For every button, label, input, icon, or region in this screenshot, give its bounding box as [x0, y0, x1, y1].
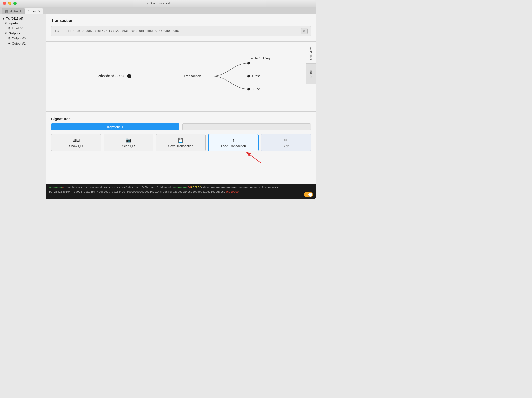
action-buttons: ⊞⊞ Show QR 📷 Scan QR 💾 Save Transaction … — [51, 134, 311, 151]
divider-1 — [46, 41, 316, 42]
tab-test-close[interactable]: ✕ — [38, 10, 40, 13]
sidebar-item-output1[interactable]: ✈ Output #1 — [0, 41, 46, 46]
scan-qr-icon: 📷 — [126, 137, 131, 143]
hex-yellow: ffffff — [191, 186, 201, 189]
scan-qr-button[interactable]: 📷 Scan QR — [104, 134, 153, 151]
arrow-down-icon: ▼ — [2, 17, 5, 20]
app-icon: ✈ — [146, 2, 148, 5]
transaction-section: Transaction Txid: 0417ad0e19c99c70a18e69… — [46, 14, 316, 39]
svg-text:⊜ bc1qf0nq...: ⊜ bc1qf0nq... — [251, 56, 276, 60]
sig-bar-empty — [182, 123, 311, 130]
load-transaction-icon: ↑ — [232, 138, 235, 143]
window-title: ✈ Sparrow - test — [146, 1, 170, 5]
sidebar-output1-label: Output #1 — [12, 42, 26, 45]
sidebar-outputs-label: Outputs — [8, 32, 20, 35]
load-transaction-button[interactable]: ↑ Load Transaction — [208, 134, 259, 151]
sidebar-group-tx-label: Tx [0417ad] — [6, 17, 23, 20]
sign-icon: ✏ — [284, 137, 288, 143]
save-transaction-button[interactable]: 💾 Save Transaction — [156, 134, 206, 151]
bottom-toggle[interactable] — [304, 192, 313, 197]
sign-label: Sign — [283, 144, 289, 148]
load-transaction-label: Load Transaction — [221, 144, 246, 148]
input0-icon: ⊜ — [8, 26, 11, 30]
copy-icon: ⧉ — [303, 29, 305, 33]
tab-test-label: test — [32, 10, 36, 13]
copy-txid-button[interactable]: ⧉ — [301, 28, 308, 34]
hex-line-2: bef25d263e1c4ffcd926fcca84bff426b3c0a7bd… — [49, 190, 313, 194]
sidebar-item-input0[interactable]: ⊜ Input #0 — [0, 26, 46, 31]
tab-bar: ▦ Multisig1 ✈ test ✕ — [0, 7, 316, 14]
hex-line2-main: bef25d263e1c4ffcd926fcca84bff426b3c0a7bd… — [49, 190, 225, 193]
main-layout: ▼ Tx [0417ad] ▼ Inputs ⊜ Input #0 ▼ Outp… — [0, 14, 316, 199]
toggle-knob — [308, 193, 312, 197]
txid-row: Txid: 0417ad0e19c99c70a18e6977f7a122aa63… — [51, 26, 311, 36]
sidebar-input0-label: Input #0 — [12, 27, 23, 30]
signatures-section: Signatures Keystone 1 ⊞⊞ Show QR 📷 Scan … — [46, 114, 316, 154]
title-bar: ✈ Sparrow - test — [0, 0, 316, 7]
sidebar-inputs-label: Inputs — [8, 22, 18, 25]
txid-label: Txid: — [54, 29, 63, 33]
hex-bar: 020000000168ecb542a87de2500b955d175c1175… — [46, 184, 316, 199]
svg-point-7 — [247, 75, 250, 77]
tab-multisig1[interactable]: ▦ Multisig1 — [2, 8, 24, 14]
save-transaction-icon: 💾 — [178, 137, 183, 143]
tab-multisig1-label: Multisig1 — [9, 10, 21, 13]
output0-icon: ⊜ — [8, 36, 11, 40]
save-transaction-label: Save Transaction — [168, 144, 193, 148]
show-qr-button[interactable]: ⊞⊞ Show QR — [51, 134, 101, 151]
tab-test[interactable]: ✈ test ✕ — [24, 8, 43, 14]
content-area: Transaction Txid: 0417ad0e19c99c70a18e69… — [46, 14, 316, 199]
divider-2 — [46, 111, 316, 112]
hex-red-1: 01 — [62, 186, 66, 189]
toggle-switch[interactable] — [304, 192, 313, 197]
hex-black-1: 68ecb542a87de2500b955d175c11757ea374f6dc… — [66, 186, 174, 189]
close-button[interactable] — [3, 2, 6, 5]
sig-bar-keystone1: Keystone 1 — [51, 123, 179, 130]
hex-green-2: 00000000 — [174, 186, 188, 189]
svg-point-4 — [247, 62, 250, 64]
tab-detail[interactable]: Detail — [306, 64, 316, 84]
svg-point-0 — [127, 74, 131, 78]
arrow-down-icon-outputs: ▼ — [4, 32, 7, 35]
hex-green-1: 02000000 — [49, 186, 62, 189]
sidebar-group-tx[interactable]: ▼ Tx [0417ad] — [0, 16, 46, 21]
svg-text:Transaction: Transaction — [184, 74, 201, 78]
show-qr-icon: ⊞⊞ — [72, 137, 80, 143]
hex-rest-1: 02b602100000000000000022 — [201, 186, 240, 189]
hex-rest-2: 00204be604277fcdc614a341 — [240, 186, 280, 189]
svg-text:✈ test: ✈ test — [251, 74, 260, 78]
arrow-container — [46, 154, 316, 162]
transaction-title: Transaction — [51, 18, 311, 23]
minimize-button[interactable] — [8, 2, 11, 5]
svg-text:↺ Fee: ↺ Fee — [251, 87, 260, 91]
maximize-button[interactable] — [13, 2, 17, 5]
tab-overview[interactable]: Overview — [306, 44, 316, 64]
transaction-diagram: 2decd62d..:34 Transaction ⊜ bc1qf0nq... … — [51, 46, 311, 106]
sidebar-output0-label: Output #0 — [12, 37, 26, 40]
svg-text:2decd62d..:34: 2decd62d..:34 — [98, 74, 124, 78]
output1-icon: ✈ — [8, 42, 11, 45]
diagram-area: 2decd62d..:34 Transaction ⊜ bc1qf0nq... … — [46, 44, 316, 109]
hex-red-2: fd — [188, 186, 191, 189]
hex-line2-red: d6a80b00 — [225, 190, 239, 193]
txid-value: 0417ad0e19c99c70a18e6977f7a122aa63ec2aaa… — [66, 29, 298, 33]
scan-qr-label: Scan QR — [122, 144, 135, 148]
sidebar-item-output0[interactable]: ⊜ Output #0 — [0, 36, 46, 41]
sidebar: ▼ Tx [0417ad] ▼ Inputs ⊜ Input #0 ▼ Outp… — [0, 14, 46, 199]
sign-button[interactable]: ✏ Sign — [261, 134, 311, 151]
signature-bars: Keystone 1 — [51, 123, 311, 130]
right-tabs: Overview Detail — [306, 44, 316, 84]
sidebar-group-inputs[interactable]: ▼ Inputs — [0, 21, 46, 26]
show-qr-label: Show QR — [69, 144, 83, 148]
svg-point-9 — [247, 88, 250, 90]
arrow-down-icon-inputs: ▼ — [4, 22, 7, 25]
tab-test-icon: ✈ — [28, 10, 30, 13]
hex-line-1: 020000000168ecb542a87de2500b955d175c1175… — [49, 186, 313, 190]
signatures-title: Signatures — [51, 117, 311, 121]
tab-multisig1-icon: ▦ — [5, 10, 8, 13]
sidebar-group-outputs[interactable]: ▼ Outputs — [0, 31, 46, 36]
window-controls[interactable] — [3, 2, 17, 5]
